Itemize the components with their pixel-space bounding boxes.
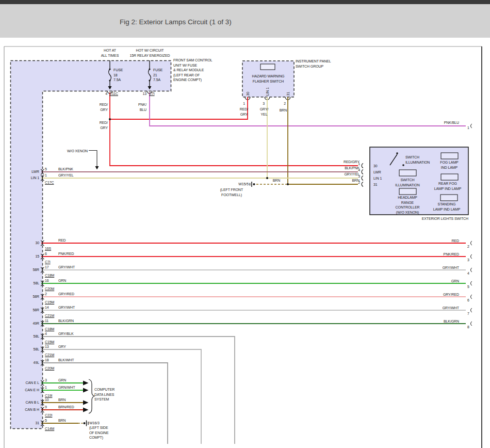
- hazard-wire-gry-yel: GRY/ YEL: [256, 107, 272, 117]
- ground-symbol-w15-5: [250, 182, 255, 187]
- computer-data-lines-brace: [89, 379, 95, 413]
- row-left-label: CAN E L: [9, 380, 39, 386]
- row-pin: 6: [45, 251, 53, 257]
- instrument-panel-switch-group-label: INSTRUMENT PANEL SWITCH GROUP: [296, 59, 342, 69]
- pnk-blu-right-label: PNK/BLU: [429, 120, 459, 125]
- hazard-pin-31: 31: [286, 70, 290, 96]
- row-connector: C22I: [45, 413, 60, 418]
- ext-pin-lin1: LIN 1: [373, 176, 389, 181]
- row-wire-label: GRY: [58, 344, 89, 349]
- row-wire-label: RED: [58, 238, 89, 243]
- row-left-label: 49R: [9, 321, 39, 326]
- row-pin: 5: [45, 418, 53, 423]
- row-pin: 13: [45, 344, 53, 349]
- row-right-num: 2: [467, 244, 473, 249]
- row-connector: C15M: [45, 300, 60, 305]
- row-wire-label: GRN: [58, 378, 89, 383]
- fuse-18-pin: 4: [101, 91, 107, 97]
- hazard-pin-30: 30: [246, 70, 250, 96]
- row-left-label: CAN B L: [9, 400, 39, 405]
- row-left-label: 15: [9, 254, 39, 259]
- row-pin: 3: [45, 378, 53, 383]
- rear-fog-lamp-ind-lamp-label: REAR FOG LAMP IND LAMP: [431, 181, 465, 191]
- row-right-num: 7: [467, 311, 473, 316]
- ground-w16-3-location: (LEFT SIDE OF ENGINE COMPT): [89, 425, 116, 440]
- hazard-wire-brn: BRN: [275, 108, 291, 113]
- ext-pin-31: 31: [373, 182, 389, 187]
- row-wire-label: GRY/WHT: [58, 305, 89, 310]
- connector-c11c: C11C: [109, 91, 125, 97]
- hazard-wire-red-gry: RED/ GRY: [236, 107, 252, 117]
- ext-pin-num-2: 2: [354, 180, 360, 185]
- row-right-num: 5: [467, 284, 473, 290]
- row-right-wire-label: GRY/WHT: [429, 306, 459, 311]
- row-connector: C20M: [45, 286, 60, 292]
- row-right-num: 3: [467, 258, 473, 263]
- headlamp-range-controller-label: HEADLAMP RANGE CONTROLLER (W/O XENON): [388, 195, 427, 215]
- row-left-label: 49L: [9, 360, 39, 365]
- hot-w-circuit-label: HOT W/ CIRCUIT 15R RELAY ENERGIZED: [125, 48, 174, 58]
- row-connector: C21M: [45, 353, 60, 358]
- wo-xenon-label: W/O XENON: [60, 149, 88, 154]
- lwr-row-label: LWR: [9, 169, 39, 174]
- wire-red-gry-hazard-branch: [110, 97, 248, 119]
- row-connector: C20M: [45, 366, 60, 371]
- right-edge-connector-hooks: [471, 124, 472, 326]
- row-pin: 9: [45, 405, 53, 410]
- row-right-wire-label: GRN: [429, 279, 459, 284]
- row-left-label: 58R: [9, 294, 39, 299]
- row-right-num: 4: [467, 271, 473, 276]
- row-pin: 14: [45, 305, 53, 310]
- row-right-wire-label: BLK/GRN: [429, 319, 459, 324]
- junction-dot: [266, 177, 268, 179]
- row-wire-label: GRY/BLK: [58, 331, 89, 337]
- row-pin: 16: [45, 278, 53, 283]
- row-wire-label: GRY/RED: [58, 292, 89, 297]
- row-connector: C14M: [45, 426, 60, 431]
- wo-xenon-arrow: [89, 151, 99, 170]
- row-left-label: CAN E H: [9, 388, 39, 393]
- wire-label-red-gry-1: RED/ GRY: [94, 102, 108, 112]
- switch-contact-dot: [402, 164, 404, 166]
- row-pin: 10: [45, 397, 53, 403]
- switch-illumination-lamp-icon: [399, 170, 416, 176]
- row-wire-label: BRN: [58, 418, 89, 423]
- row-wire-label: BLK/GRN: [58, 318, 89, 324]
- hazard-pin-lin1: LIN 1: [265, 70, 270, 96]
- row-pin: 18: [45, 358, 53, 363]
- junction-dot: [109, 118, 111, 120]
- row-wire-label: PNK/RED: [58, 251, 89, 257]
- ground-w15-5-name: W15/5: [231, 182, 249, 187]
- exterior-lights-switch-label: EXTERIOR LIGHTS SWITCH: [401, 216, 468, 221]
- headlamp-range-controller-icon: [399, 188, 416, 195]
- row-pin: 4: [45, 331, 53, 337]
- row-wire-label: BLK/WHT: [58, 358, 89, 363]
- hazard-switch-icon: [260, 64, 275, 70]
- row-right-wire-label: GRY/WHT: [429, 265, 459, 270]
- row-left-label: 58L: [9, 334, 39, 339]
- lwr-row-wire: BLK/PNK: [58, 167, 89, 172]
- lwr-row-pin: 5: [45, 167, 53, 172]
- standing-lamp-ind-lamp-icon: [440, 195, 458, 201]
- hazard-pin-num-1: 1: [238, 101, 245, 106]
- row-right-num: 8: [467, 325, 473, 330]
- row-left-label: 58R: [9, 308, 39, 313]
- row-wire-label: BRN: [58, 397, 89, 403]
- row-wire-label: BRN/RED: [58, 405, 89, 410]
- row-left-label: CAN B H: [9, 407, 39, 412]
- wire-pnk-blu: [150, 92, 466, 126]
- ext-pin-num-4: 4: [354, 168, 360, 173]
- row-wire-label: GRN: [58, 278, 89, 283]
- row-left-label: 30: [9, 241, 39, 246]
- exterior-lamps-wiring-diagram: { "header": { "title": "Fig 2: Exterior …: [0, 0, 490, 448]
- connector-c17c: C17C: [45, 180, 60, 185]
- row-connector: C7I: [45, 260, 60, 265]
- computer-data-lines-label: COMPUTER DATA LINES SYSTEM: [94, 387, 124, 402]
- lin1-row-pin: 1: [45, 173, 53, 178]
- row-wire-label: GRY/WHT: [58, 265, 89, 270]
- row-left-label: 58L: [9, 281, 39, 286]
- brn-ground-wire-label: BRN: [269, 178, 284, 183]
- row-wire-label: GRN/WHT: [58, 385, 89, 390]
- row-right-wire-label: PNK/RED: [429, 252, 459, 257]
- fog-lamp-ind-lamp-icon: [441, 153, 458, 159]
